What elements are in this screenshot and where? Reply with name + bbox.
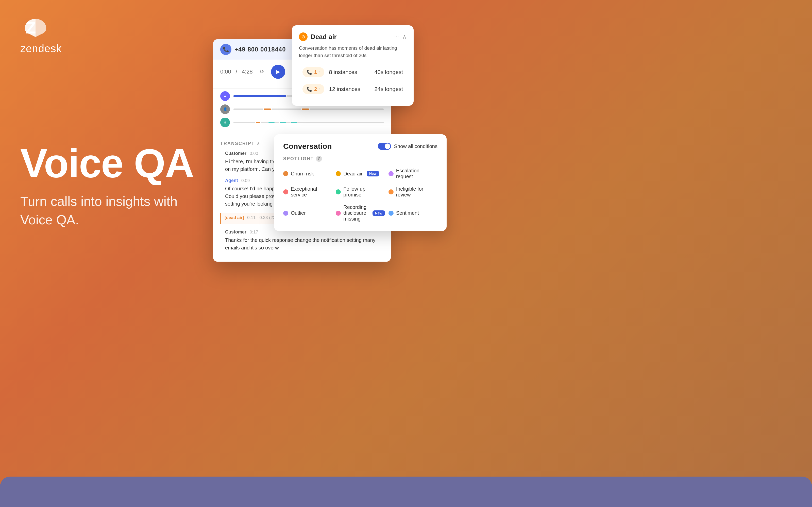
arrow-2: ›: [319, 87, 320, 92]
waveform-row-3: ⊕: [220, 118, 384, 127]
exceptional-label: Exceptional service: [291, 186, 332, 198]
sentiment-label: Sentiment: [396, 210, 419, 216]
ineligible-dot: [389, 189, 394, 194]
spotlight-item-exceptional[interactable]: Exceptional service: [283, 184, 332, 199]
recording-dot: [336, 211, 341, 216]
collapse-icon[interactable]: ∧: [402, 34, 407, 40]
avatar-3: ⊕: [220, 118, 230, 127]
hero-subtitle: Turn calls into insights with Voice QA.: [20, 192, 194, 229]
instance-row-2: 📞 2 › 12 instances 24s longest: [299, 81, 407, 97]
ineligible-label: Ineligible for review: [396, 186, 438, 198]
instance-count-1: 8 instances: [329, 69, 370, 75]
phone-call-icon: 📞: [220, 44, 232, 55]
instance-badge-1: 📞 1 ›: [302, 67, 324, 77]
followup-dot: [336, 189, 341, 194]
exceptional-dot: [283, 189, 288, 194]
waveform-row-2: 👤: [220, 104, 384, 114]
transcript-collapse-icon[interactable]: ∧: [257, 141, 260, 146]
message-time-1: 0:00: [250, 151, 258, 156]
message-time-4: 0:17: [250, 230, 258, 234]
instance-count-2: 12 instances: [329, 86, 370, 93]
conversation-panel: Conversation Show all conditions SPOTLIG…: [274, 134, 447, 231]
waveform-track-2[interactable]: [234, 107, 384, 112]
outlier-dot: [283, 211, 288, 216]
sentiment-dot: [389, 211, 394, 216]
instance-num-1: 1: [314, 69, 317, 75]
toggle-area[interactable]: Show all conditions: [378, 143, 438, 150]
recording-new-badge: New: [372, 210, 385, 216]
hero-title: Voice QA: [20, 142, 194, 184]
spotlight-item-outlier[interactable]: Outlier: [283, 203, 332, 223]
toggle-label: Show all conditions: [394, 144, 438, 149]
phone-icon-1: 📞: [307, 69, 312, 75]
avatar-2: 👤: [220, 104, 230, 114]
hero-section: Voice QA Turn calls into insights with V…: [20, 142, 194, 229]
spotlight-item-recording[interactable]: Recording disclosure missing New: [336, 203, 385, 223]
outlier-label: Outlier: [291, 210, 306, 216]
arrow-1: ›: [319, 70, 320, 74]
play-button[interactable]: ▶: [271, 65, 285, 79]
dead-air-dot: [336, 171, 341, 176]
instance-num-2: 2: [314, 86, 317, 92]
spotlight-label: SPOTLIGHT ?: [283, 156, 438, 162]
escalation-label: Escalation request: [396, 168, 438, 179]
phone-icon-2: 📞: [307, 87, 312, 92]
popup-title-area: ⊙ Dead air: [299, 33, 337, 41]
message-time-2: 0:09: [241, 178, 250, 183]
churn-risk-dot: [283, 171, 288, 176]
toggle-switch[interactable]: [378, 143, 391, 150]
rewind-icon[interactable]: ↺: [257, 67, 266, 76]
spotlight-item-sentiment[interactable]: Sentiment: [389, 203, 438, 223]
zendesk-logo-icon: Z: [20, 15, 51, 41]
dead-air-icon: ⊙: [299, 33, 308, 41]
spotlight-item-churn-risk[interactable]: Churn risk: [283, 166, 332, 181]
phone-number: +49 800 0018440: [235, 46, 286, 53]
dead-air-popup: ⊙ Dead air ··· ∧ Conversation has moment…: [292, 25, 414, 106]
brand-name: zendesk: [20, 43, 62, 55]
conversation-header: Conversation Show all conditions: [283, 142, 438, 151]
instance-row-1: 📞 1 › 8 instances 40s longest: [299, 65, 407, 79]
svg-text:Z: Z: [26, 18, 36, 37]
spotlight-item-followup[interactable]: Follow-up promise: [336, 184, 385, 199]
waveform-track-3[interactable]: [234, 120, 384, 125]
popup-controls[interactable]: ··· ∧: [394, 34, 407, 40]
total-time: 4:28: [242, 68, 253, 75]
spotlight-item-dead-air[interactable]: Dead air New: [336, 166, 385, 181]
instance-longest-1: 40s longest: [374, 69, 403, 75]
message-text-4: Thanks for the quick response change the…: [225, 236, 384, 251]
recording-label: Recording disclosure missing: [343, 204, 368, 222]
more-options-icon[interactable]: ···: [394, 34, 399, 40]
spotlight-grid: Churn risk Dead air New Escalation reque…: [283, 166, 438, 223]
dead-air-spotlight-label: Dead air: [343, 171, 363, 177]
spotlight-item-escalation[interactable]: Escalation request: [389, 166, 438, 181]
transcript-message-customer-2: Customer 0:17 Thanks for the quick respo…: [220, 229, 384, 251]
current-time: 0:00: [220, 68, 231, 75]
popup-title: Dead air: [311, 33, 337, 41]
dead-air-new-badge: New: [367, 171, 379, 176]
avatar-1: ▲: [220, 91, 230, 101]
instance-longest-2: 24s longest: [374, 86, 403, 93]
instance-badge-2: 📞 2 ›: [302, 84, 324, 94]
conversation-title: Conversation: [283, 142, 332, 151]
toggle-knob: [385, 144, 390, 149]
spotlight-question-icon[interactable]: ?: [316, 156, 322, 162]
logo-area: Z zendesk: [20, 15, 62, 55]
spotlight-item-ineligible[interactable]: Ineligible for review: [389, 184, 438, 199]
popup-description: Conversation has moments of dead air las…: [299, 45, 407, 59]
time-separator: /: [236, 68, 237, 75]
phone-number-area: 📞 +49 800 0018440: [220, 44, 286, 55]
escalation-dot: [389, 171, 394, 176]
churn-risk-label: Churn risk: [291, 171, 314, 177]
popup-header: ⊙ Dead air ··· ∧: [299, 33, 407, 41]
bottom-strip: [0, 476, 812, 507]
followup-label: Follow-up promise: [343, 186, 385, 198]
